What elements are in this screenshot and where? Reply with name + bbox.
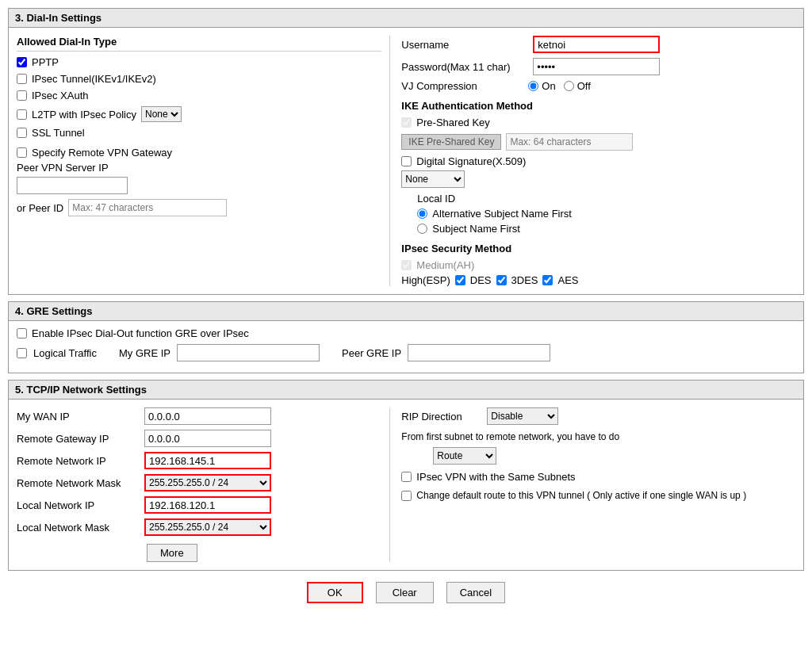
digital-sig-select[interactable]: None	[401, 170, 465, 188]
tcpip-section: 5. TCP/IP Network Settings My WAN IP Rem…	[8, 380, 804, 571]
local-id-section: Alternative Subject Name First Subject N…	[417, 208, 795, 235]
my-wan-ip-row: My WAN IP	[17, 407, 381, 425]
allowed-type-label: Allowed Dial-In Type	[17, 36, 381, 52]
dial-in-section: 3. Dial-In Settings Allowed Dial-In Type…	[8, 8, 804, 295]
remote-network-ip-input[interactable]	[144, 452, 271, 469]
peer-gre-ip-input[interactable]	[408, 344, 550, 361]
pre-shared-key-row: Pre-Shared Key	[401, 117, 795, 128]
ssl-tunnel-checkbox[interactable]	[17, 128, 27, 138]
clear-button[interactable]: Clear	[376, 582, 434, 603]
l2tp-checkbox[interactable]	[17, 109, 27, 120]
or-peer-text: or Peer ID	[17, 202, 63, 214]
l2tp-select[interactable]: None	[141, 106, 182, 122]
specify-remote-label: Specify Remote VPN Gateway	[32, 147, 172, 159]
ipsec-same-subnets-checkbox[interactable]	[401, 472, 412, 482]
peer-vpn-label: Peer VPN Server IP	[17, 162, 381, 174]
digital-sig-checkbox[interactable]	[401, 156, 412, 166]
des3-checkbox[interactable]	[496, 275, 507, 285]
change-default-checkbox[interactable]	[401, 491, 412, 501]
ike-auth-section: IKE Authentication Method Pre-Shared Key…	[401, 100, 795, 235]
vj-label: VJ Compression	[401, 80, 528, 92]
ike-pre-shared-button[interactable]: IKE Pre-Shared Key	[401, 134, 501, 150]
ipsec-tunnel-label: IPsec Tunnel(IKEv1/IKEv2)	[32, 73, 156, 85]
vj-compression-row: VJ Compression On Off	[401, 80, 795, 92]
username-label: Username	[401, 39, 528, 51]
more-button[interactable]: More	[147, 544, 197, 562]
ipsec-xauth-row: IPsec XAuth	[17, 90, 381, 101]
ipsec-tunnel-row: IPsec Tunnel(IKEv1/IKEv2)	[17, 73, 381, 85]
high-label: High(ESP)	[401, 274, 450, 286]
digital-sig-row: Digital Signature(X.509)	[401, 155, 795, 167]
medium-row: Medium(AH)	[401, 259, 795, 271]
bottom-buttons: OK Clear Cancel	[8, 582, 804, 603]
ike-pre-shared-row: IKE Pre-Shared Key	[401, 133, 795, 151]
vj-radio-group: On Off	[528, 80, 590, 92]
pptp-row: PPTP	[17, 56, 381, 68]
password-input[interactable]	[533, 58, 660, 75]
alt-subject-radio[interactable]	[417, 208, 427, 219]
gre-section: 4. GRE Settings Enable IPsec Dial-Out fu…	[8, 301, 804, 373]
ok-button[interactable]: OK	[307, 582, 363, 603]
pptp-checkbox[interactable]	[17, 57, 27, 67]
local-id-label-text: Local ID	[417, 193, 795, 205]
ipsec-same-subnets-label: IPsec VPN with the Same Subnets	[416, 471, 575, 483]
password-row: Password(Max 11 char)	[401, 58, 795, 75]
alt-subject-label: Alternative Subject Name First	[432, 208, 572, 220]
remote-network-mask-row: Remote Network Mask 255.255.255.0 / 24	[17, 474, 381, 491]
my-wan-ip-input[interactable]	[144, 407, 271, 425]
medium-label: Medium(AH)	[416, 259, 474, 271]
ipsec-same-subnets-row: IPsec VPN with the Same Subnets	[401, 471, 795, 483]
vj-on-label: On	[528, 80, 555, 92]
rip-direction-select[interactable]: Disable Both In Out	[487, 407, 558, 425]
local-network-ip-row: Local Network IP	[17, 496, 381, 514]
ipsec-tunnel-checkbox[interactable]	[17, 74, 27, 84]
aes-label: AES	[557, 274, 578, 286]
vj-off-label: Off	[564, 80, 591, 92]
enable-ipsec-gre-checkbox[interactable]	[17, 328, 27, 338]
des3-label: 3DES	[511, 274, 538, 286]
change-default-row: Change default route to this VPN tunnel …	[401, 489, 795, 503]
change-default-label: Change default route to this VPN tunnel …	[416, 489, 746, 503]
des-label: DES	[470, 274, 492, 286]
subject-name-row: Subject Name First	[417, 223, 795, 235]
cancel-button[interactable]: Cancel	[446, 582, 505, 603]
rip-direction-row: RIP Direction Disable Both In Out	[401, 407, 795, 425]
username-input[interactable]	[533, 36, 660, 53]
high-row: High(ESP) DES 3DES AES	[401, 274, 795, 286]
l2tp-row: L2TP with IPsec Policy None	[17, 106, 381, 122]
dial-in-header: 3. Dial-In Settings	[8, 8, 804, 28]
local-network-ip-input[interactable]	[144, 496, 271, 514]
my-gre-ip-label: My GRE IP	[119, 347, 170, 359]
remote-gw-ip-row: Remote Gateway IP	[17, 430, 381, 447]
subject-name-label: Subject Name First	[432, 223, 520, 235]
route-select[interactable]: Route NAT	[433, 447, 496, 465]
from-first-text: From first subnet to remote network, you…	[401, 431, 795, 442]
pptp-label: PPTP	[32, 56, 59, 68]
ssl-tunnel-label: SSL Tunnel	[32, 127, 85, 139]
logical-traffic-row: Logical Traffic My GRE IP Peer GRE IP	[17, 344, 795, 361]
my-gre-ip-input[interactable]	[177, 344, 320, 361]
peer-id-input[interactable]	[68, 199, 227, 216]
subject-name-radio[interactable]	[417, 224, 427, 234]
enable-ipsec-gre-label: Enable IPsec Dial-Out function GRE over …	[32, 327, 249, 339]
local-network-mask-label: Local Network Mask	[17, 522, 140, 534]
remote-gw-ip-input[interactable]	[144, 430, 271, 447]
logical-traffic-checkbox[interactable]	[17, 348, 27, 358]
des-checkbox[interactable]	[455, 275, 465, 285]
ipsec-xauth-checkbox[interactable]	[17, 90, 27, 101]
password-label: Password(Max 11 char)	[401, 61, 528, 73]
pre-shared-key-checkbox	[401, 117, 412, 128]
gre-header: 4. GRE Settings	[8, 301, 804, 321]
peer-vpn-ip-input[interactable]	[17, 177, 128, 194]
alt-subject-row: Alternative Subject Name First	[417, 208, 795, 220]
aes-checkbox[interactable]	[542, 275, 553, 285]
specify-remote-checkbox[interactable]	[17, 147, 27, 158]
remote-network-mask-select[interactable]: 255.255.255.0 / 24	[144, 474, 271, 491]
vj-on-radio[interactable]	[528, 81, 538, 91]
l2tp-label: L2TP with IPsec Policy	[32, 109, 136, 120]
tcpip-left-col: My WAN IP Remote Gateway IP Remote Netwo…	[17, 407, 390, 562]
vj-off-radio[interactable]	[564, 81, 574, 91]
local-network-mask-select[interactable]: 255.255.255.0 / 24	[144, 518, 271, 536]
my-wan-ip-label: My WAN IP	[17, 411, 140, 423]
ssl-tunnel-row: SSL Tunnel	[17, 127, 381, 139]
